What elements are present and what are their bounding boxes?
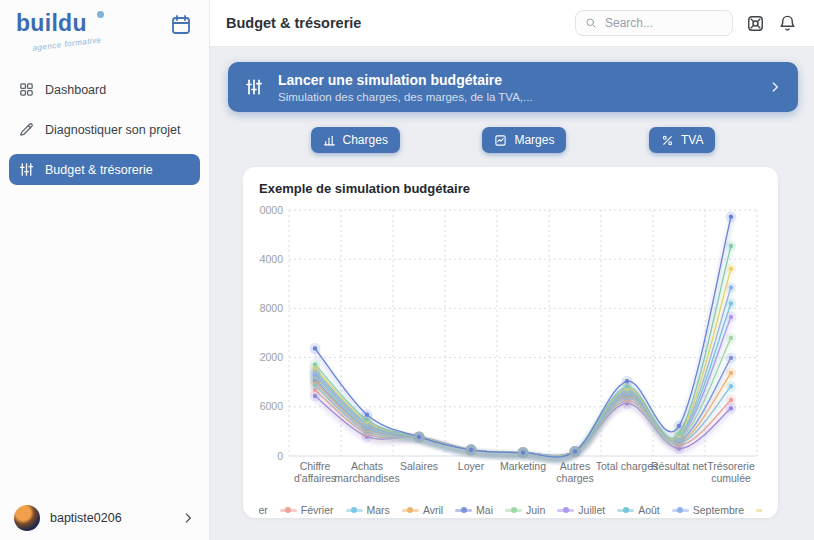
legend-item-août[interactable]: Août (617, 504, 660, 516)
banner-texts: Lancer une simulation budgétaire Simulat… (278, 71, 768, 104)
svg-text:Salaires: Salaires (400, 460, 438, 472)
legend-item-avril[interactable]: Avril (402, 504, 443, 516)
bell-icon[interactable] (778, 14, 797, 33)
search-input[interactable] (603, 15, 723, 31)
legend-item-janvier[interactable]: Janvier (259, 504, 268, 516)
search-icon (585, 17, 597, 29)
legend-label: Avril (423, 504, 443, 516)
legend-label: Septembre (693, 504, 744, 516)
simulation-chart-card: Exemple de simulation budgétaire 0160003… (243, 167, 778, 518)
legend-label: Juin (526, 504, 545, 516)
legend-mark-icon (455, 506, 472, 515)
svg-text:Trésoreriecumulée: Trésoreriecumulée (707, 460, 755, 484)
chart-legend: JanvierFévrierMarsAvrilMaiJuinJuilletAoû… (259, 498, 762, 518)
simulation-banner[interactable]: Lancer une simulation budgétaire Simulat… (228, 62, 798, 112)
app-window: buildu agence formative Dashboard Diagno… (0, 0, 814, 540)
user-name: baptiste0206 (50, 511, 171, 525)
tva-button[interactable]: TVA (649, 127, 715, 153)
logo-text: buildu (16, 10, 87, 36)
svg-text:Autrescharges: Autrescharges (556, 460, 593, 484)
user-menu[interactable]: baptiste0206 (0, 496, 209, 540)
budget-simulation-chart: 01600032000480006400080000Chiffred'affai… (259, 198, 762, 498)
sidebar-nav: Dashboard Diagnostiquer son projet Budge… (0, 74, 209, 185)
legend-mark-icon (280, 506, 297, 515)
support-icon[interactable] (746, 14, 765, 33)
chevron-right-icon (181, 511, 195, 525)
search-box (575, 10, 733, 36)
sidebar-item-diagnostiquer[interactable]: Diagnostiquer son projet (9, 114, 200, 145)
quick-actions: Charges Marges TVA (228, 127, 798, 153)
sidebar-item-budget[interactable]: Budget & trésorerie (9, 154, 200, 185)
topbar-icons (746, 14, 797, 33)
banner-title: Lancer une simulation budgétaire (278, 72, 502, 88)
logo: buildu agence formative (0, 0, 209, 60)
legend-label: Février (301, 504, 334, 516)
percent-icon (661, 134, 674, 147)
svg-text:80000: 80000 (259, 204, 283, 216)
legend-item-mai[interactable]: Mai (455, 504, 493, 516)
svg-text:Marketing: Marketing (500, 460, 546, 472)
svg-text:Total charges: Total charges (596, 460, 658, 472)
svg-text:Achatsmarchandises: Achatsmarchandises (334, 460, 399, 484)
legend-item-juillet[interactable]: Juillet (557, 504, 605, 516)
sidebar-item-label: Diagnostiquer son projet (45, 123, 181, 137)
sliders-icon (244, 77, 264, 97)
sidebar-item-dashboard[interactable]: Dashboard (9, 74, 200, 105)
line-chart-icon (494, 134, 507, 147)
sidebar: buildu agence formative Dashboard Diagno… (0, 0, 210, 540)
svg-text:Chiffred'affaires: Chiffred'affaires (294, 460, 336, 484)
legend-item-février[interactable]: Février (280, 504, 334, 516)
topbar: Budget & trésorerie (210, 0, 814, 47)
legend-mark-icon (756, 506, 762, 515)
legend-mark-icon (505, 506, 522, 515)
page-title: Budget & trésorerie (226, 15, 575, 31)
svg-text:0: 0 (277, 450, 283, 462)
legend-mark-icon (617, 506, 634, 515)
chevron-right-icon (768, 80, 782, 94)
legend-item-juin[interactable]: Juin (505, 504, 545, 516)
legend-label: Mars (367, 504, 390, 516)
chart-title: Exemple de simulation budgétaire (259, 181, 762, 196)
marges-button[interactable]: Marges (482, 127, 566, 153)
legend-mark-icon (557, 506, 574, 515)
banner-subtitle: Simulation des charges, des marges, de l… (278, 91, 768, 103)
legend-item-octobre[interactable]: Octobre (756, 504, 762, 516)
legend-label: Août (638, 504, 660, 516)
logo-dot (97, 11, 104, 18)
button-label: TVA (681, 133, 703, 147)
sliders-icon (18, 161, 35, 178)
pencil-icon (18, 121, 35, 138)
legend-item-septembre[interactable]: Septembre (672, 504, 744, 516)
sidebar-item-label: Dashboard (45, 83, 106, 97)
svg-text:32000: 32000 (259, 351, 283, 363)
legend-item-mars[interactable]: Mars (346, 504, 390, 516)
sidebar-item-label: Budget & trésorerie (45, 163, 153, 177)
svg-text:16000: 16000 (259, 400, 283, 412)
charges-button[interactable]: Charges (311, 127, 400, 153)
svg-text:48000: 48000 (259, 302, 283, 314)
legend-label: Janvier (259, 504, 268, 516)
legend-mark-icon (346, 506, 363, 515)
avatar (14, 505, 40, 531)
dashboard-grid-icon (18, 81, 35, 98)
legend-label: Mai (476, 504, 493, 516)
legend-label: Juillet (578, 504, 605, 516)
bar-chart-icon (323, 134, 336, 147)
svg-text:Résultat net: Résultat net (651, 460, 707, 472)
svg-text:64000: 64000 (259, 253, 283, 265)
calendar-icon[interactable] (169, 13, 193, 37)
button-label: Marges (514, 133, 554, 147)
legend-mark-icon (672, 506, 689, 515)
button-label: Charges (343, 133, 388, 147)
svg-text:Loyer: Loyer (458, 460, 485, 472)
legend-mark-icon (402, 506, 419, 515)
